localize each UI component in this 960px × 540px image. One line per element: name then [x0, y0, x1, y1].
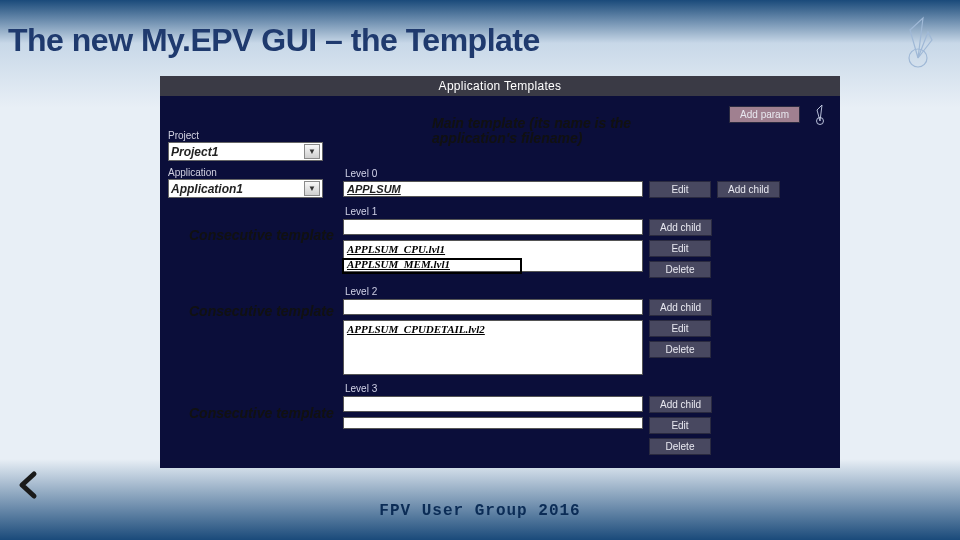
- app-window-title: Application Templates: [160, 76, 840, 96]
- slide-title: The new My.EPV GUI – the Template: [0, 0, 960, 59]
- level2-label: Level 2: [345, 286, 832, 297]
- annotation-consecutive-1: Consecutive template: [189, 228, 334, 243]
- brand-logo-small-icon: [808, 102, 832, 126]
- application-select[interactable]: Application1 ▼: [168, 179, 323, 198]
- level3-add-child-button[interactable]: Add child: [649, 396, 712, 413]
- chevron-down-icon: ▼: [304, 181, 320, 196]
- brand-logo-icon: [888, 10, 948, 70]
- project-select[interactable]: Project1 ▼: [168, 142, 323, 161]
- annotation-consecutive-2: Consecutive template: [189, 304, 334, 319]
- highlight-box-icon: [342, 258, 522, 274]
- level2-edit-button[interactable]: Edit: [649, 320, 711, 337]
- add-param-button[interactable]: Add param: [729, 106, 800, 123]
- level2-delete-button[interactable]: Delete: [649, 341, 711, 358]
- slide-footer: FPV User Group 2016: [0, 502, 960, 520]
- application-value: Application1: [171, 182, 243, 196]
- annotation-consecutive-3: Consecutive template: [189, 406, 334, 421]
- application-label: Application: [168, 167, 333, 178]
- project-value: Project1: [171, 145, 218, 159]
- chevron-down-icon: ▼: [304, 144, 320, 159]
- level3-listbox[interactable]: [343, 417, 643, 429]
- project-label: Project: [168, 130, 333, 141]
- level0-add-child-button[interactable]: Add child: [717, 181, 780, 198]
- level0-edit-button[interactable]: Edit: [649, 181, 711, 198]
- level0-value: APPLSUM: [347, 183, 401, 195]
- level3-edit-button[interactable]: Edit: [649, 417, 711, 434]
- level1-delete-button[interactable]: Delete: [649, 261, 711, 278]
- level3-delete-button[interactable]: Delete: [649, 438, 711, 455]
- level1-edit-button[interactable]: Edit: [649, 240, 711, 257]
- annotation-main-template: Main template (its name is the applicati…: [432, 116, 662, 147]
- level3-input[interactable]: [343, 396, 643, 412]
- level2-input[interactable]: [343, 299, 643, 315]
- level2-listbox[interactable]: APPLSUM_CPUDETAIL.lvl2: [343, 320, 643, 375]
- level1-label: Level 1: [345, 206, 832, 217]
- level3-label: Level 3: [345, 383, 832, 394]
- list-item: APPLSUM_CPU.lvl1: [344, 242, 642, 257]
- list-item: APPLSUM_CPUDETAIL.lvl2: [344, 322, 642, 337]
- level1-add-child-button[interactable]: Add child: [649, 219, 712, 236]
- chevron-back-icon[interactable]: [14, 470, 44, 500]
- level1-input[interactable]: [343, 219, 643, 235]
- level2-add-child-button[interactable]: Add child: [649, 299, 712, 316]
- level0-input[interactable]: APPLSUM: [343, 181, 643, 197]
- level0-label: Level 0: [345, 168, 832, 179]
